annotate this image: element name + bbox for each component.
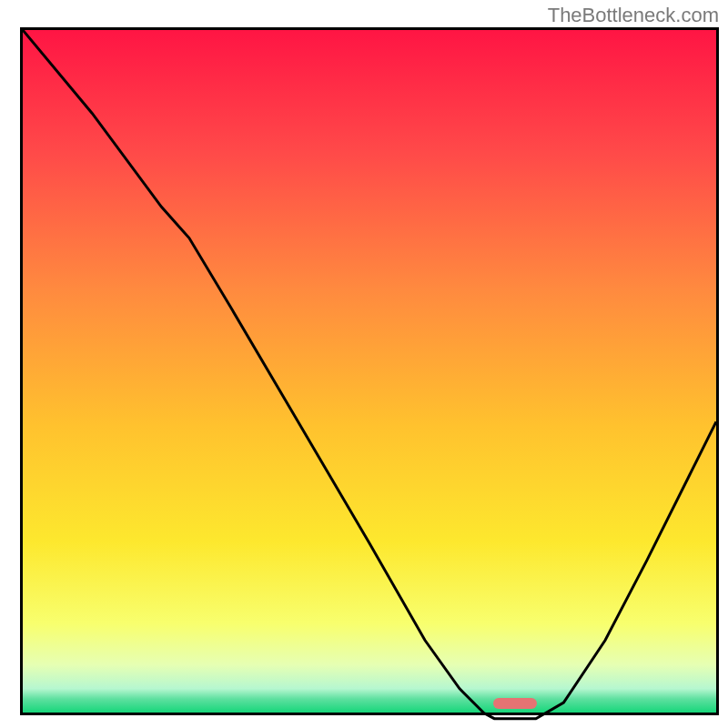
curve-svg (23, 30, 716, 723)
bottleneck-curve (23, 30, 716, 719)
optimal-marker (493, 698, 536, 709)
watermark-text: TheBottleneck.com (548, 4, 719, 27)
chart-container: TheBottleneck.com (0, 0, 728, 728)
plot-area (20, 27, 719, 715)
